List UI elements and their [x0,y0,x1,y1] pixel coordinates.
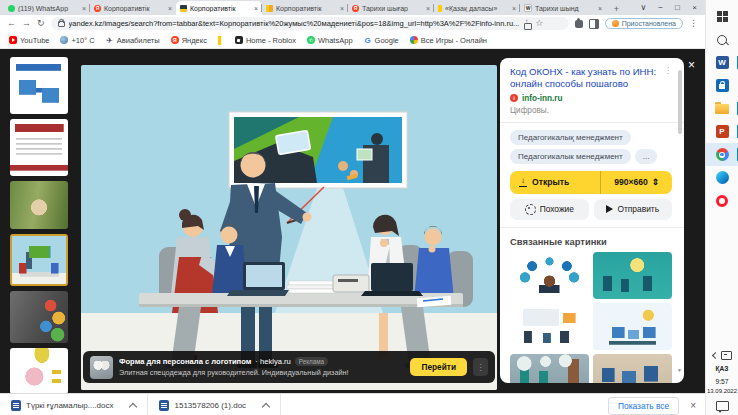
bookmark-label: Все Игры - Онлайн [421,36,487,45]
bookmark-weather[interactable]: +10° C [60,36,94,45]
bookmark-whatsapp[interactable]: ✆WhatsApp [307,36,353,45]
related-image[interactable] [510,354,589,383]
download-filename[interactable]: 1513578206 (1).doc [174,401,246,410]
tab-close-icon[interactable]: × [426,5,430,12]
related-image[interactable] [593,303,672,350]
bookmark-star-icon[interactable]: ☆ [535,19,543,28]
thumbnail-selected-meeting[interactable] [10,234,68,286]
scroll-down-icon[interactable]: ▼ [677,367,682,373]
ad-banner[interactable]: Форма для персонала с логотипом · heklya… [83,351,495,383]
open-button-left[interactable]: ↓ Открыть [510,177,600,187]
size-selector[interactable]: 990×660 ⇕ [600,171,672,194]
thumbnail-collage-photo[interactable] [10,291,68,343]
reload-icon[interactable]: ↻ [37,19,45,28]
tag-pill[interactable]: Педагогикалық менеджмент [510,130,631,145]
thumbnail-slide-yellow[interactable] [10,348,68,393]
yandex-icon: Я [171,36,179,44]
taskbar-explorer[interactable] [706,97,738,120]
taskbar-search-button[interactable] [706,28,738,51]
panel-menu-icon[interactable]: ⋮ [664,66,672,91]
download-item[interactable]: Түркі ғұламалыр....docx [0,394,148,415]
tab-tarihi-shygar[interactable]: Я Тарихи шығар × [348,1,434,15]
bookmark-yandex[interactable]: ЯЯндекс [171,36,207,45]
similar-images-button[interactable]: Похожие [510,199,589,220]
clock-date[interactable]: 13.09.2022 [707,388,737,394]
bookmark-youtube[interactable]: YouTube [9,36,49,45]
panel-scrollbar[interactable]: ▼ [677,70,682,373]
show-all-downloads-button[interactable]: Показать все [608,397,679,415]
tab-search-icon[interactable]: ∨ [635,0,652,15]
download-item[interactable]: 1513578206 (1).doc [148,394,281,415]
bookmark-unnamed[interactable] [218,36,224,45]
tab-whatsapp[interactable]: (119) WhatsApp × [4,1,90,15]
taskbar-word[interactable]: W [706,51,738,74]
tab-close-icon[interactable]: × [340,5,344,12]
chevron-up-icon[interactable] [129,402,137,410]
url-text[interactable]: yandex.kz/images/search?from=tabbar&text… [69,19,520,28]
plane-icon: ✈ [106,36,114,44]
tab-close-icon[interactable]: × [254,5,258,12]
language-indicator[interactable]: ҚАЗ [716,365,729,372]
chevron-up-icon[interactable] [262,402,270,410]
back-icon[interactable]: ← [7,19,16,28]
tab-close-icon[interactable]: × [598,5,602,12]
source-site-link[interactable]: info-inn.ru [522,94,562,103]
download-filename[interactable]: Түркі ғұламалыр....docx [26,401,113,410]
extension-paused-badge[interactable]: Приостановлена [605,18,683,29]
ad-menu-icon[interactable]: ⋮ [473,358,488,376]
more-tags-pill[interactable]: ... [635,149,658,164]
ad-title[interactable]: Форма для персонала с логотипом [119,357,251,366]
maximize-button[interactable]: □ [669,0,686,15]
new-tab-button[interactable]: + [610,2,623,15]
ad-cta-button[interactable]: Перейти [410,358,467,376]
related-image[interactable] [510,303,589,350]
clock-time[interactable]: 9:57 [715,378,728,385]
related-image[interactable] [593,252,672,299]
tab-close-icon[interactable]: × [82,5,86,12]
start-button[interactable] [706,5,738,28]
tab-tarihi-shynd[interactable]: W Тарихи шынд × [520,1,606,15]
notification-center-icon[interactable] [716,401,729,411]
word-icon: W [716,56,729,69]
extensions-icon[interactable] [575,20,583,28]
taskbar-chrome[interactable] [706,143,738,166]
browser-menu-icon[interactable]: ⋮ [689,19,698,28]
display-tray-icon[interactable] [721,351,732,360]
open-image-button[interactable]: ↓ Открыть 990×660 ⇕ [510,171,672,194]
taskbar-edge[interactable] [706,166,738,189]
tab-close-icon[interactable]: × [512,5,516,12]
minimize-button[interactable]: − [652,0,669,15]
taskbar-store[interactable] [706,74,738,97]
share-button[interactable]: Отправить [594,199,673,220]
ad-domain[interactable]: · heklya.ru [255,357,290,366]
downloads-bar-close-icon[interactable]: × [690,400,696,411]
ad-description: Элитная спецодежда для руководителей. Ин… [119,368,404,377]
side-panel-icon[interactable] [589,19,599,29]
thumbnail-slide-red[interactable] [10,119,68,176]
hidden-icons-chevron[interactable] [711,352,718,359]
bookmark-google[interactable]: GGoogle [364,36,399,45]
related-image[interactable] [593,354,672,383]
tab-kazak-dalasy[interactable]: «Қазақ даласы» × [434,1,520,15]
forward-icon[interactable]: → [22,19,31,28]
bookmark-roblox[interactable]: Home - Roblox [235,36,296,45]
tag-pill[interactable]: Педагогикалык менеджмент [510,149,631,164]
tab-close-icon[interactable]: × [168,5,172,12]
main-image[interactable] [81,65,497,390]
related-image[interactable] [510,252,589,299]
share-icon[interactable] [523,20,531,28]
bookmark-aviabilety[interactable]: ✈Авиабилеты [106,36,160,45]
close-window-button[interactable]: × [686,0,703,15]
scrollbar-thumb[interactable] [678,70,682,134]
viewer-close-icon[interactable]: × [688,59,695,71]
tab-korporativtik-2[interactable]: Корпоративтік × [262,1,348,15]
taskbar-opera[interactable] [706,189,738,212]
thumbnail-hands-photo[interactable] [10,181,68,229]
taskbar-powerpoint[interactable]: P [706,120,738,143]
image-title-link[interactable]: Код ОКОНХ - как узнать по ИНН: онлайн сп… [510,66,660,91]
bookmark-vse-igry[interactable]: Все Игры - Онлайн [410,36,487,45]
omnibox[interactable]: yandex.kz/images/search?from=tabbar&text… [51,17,569,30]
tab-korporativtik-active[interactable]: Корпоративтік × [176,1,262,15]
thumbnail-slide-blue[interactable] [10,57,68,114]
tab-korporativtik-1[interactable]: Я Корпоративтік × [90,1,176,15]
